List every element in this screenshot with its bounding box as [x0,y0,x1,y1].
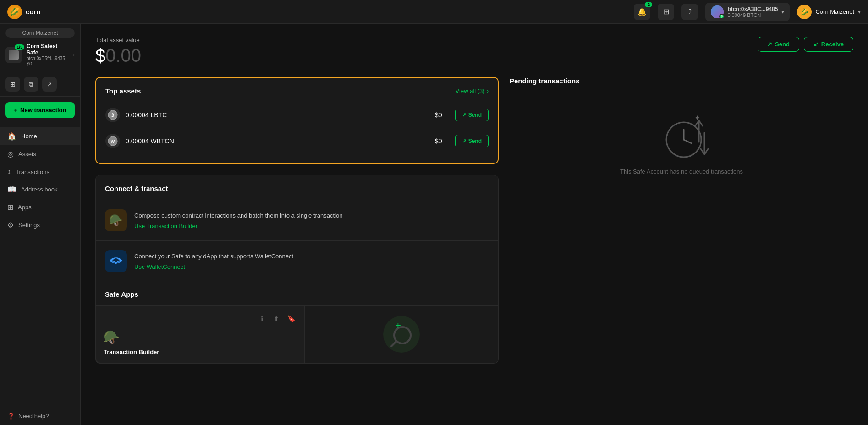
receive-button[interactable]: ↙ Receive [804,37,853,52]
sidebar-item-transactions[interactable]: ↕ Transactions [0,163,80,180]
walletconnect-desc: Connect your Safe to any dApp that suppo… [134,252,489,261]
receive-arrow-icon: ↙ [813,41,819,48]
safe-app-tx-icon: 🪖 [104,330,297,345]
wallet-text: btcn:0xA38C...9485 0.00049 BTCN [727,6,778,18]
notifications-button[interactable]: 🔔 2 [634,4,650,20]
pending-empty-message: This Safe Account has no queued transact… [620,167,743,176]
expand-arrow-icon: › [73,52,75,58]
content-grid: Top assets View all (3) › ₿ [95,77,853,364]
main-content: Total asset value $0.00 ↗ Send ↙ Receive [81,24,868,425]
user-avatar: 🌽 [797,5,812,19]
sidebar-nav: 🏠 Home ◎ Assets ↕ Transactions 📖 Address… [0,124,80,407]
tx-builder-link[interactable]: Use Transaction Builder [134,223,198,229]
safe-app-cards: ℹ ⬆ 🔖 🪖 Transaction Builder [96,305,498,363]
total-asset-label: Total asset value [95,37,141,44]
sidebar-item-assets-label: Assets [18,151,36,158]
sidebar-item-assets[interactable]: ◎ Assets [0,145,80,163]
lbtc-value: $0 [435,111,442,119]
safe-apps-section: Safe Apps ℹ ⬆ 🔖 🪖 Transaction Builder [96,281,498,363]
sidebar-footer-help[interactable]: ❓ Need help? [0,407,80,425]
send-lbtc-arrow-icon: ↗ [462,112,467,118]
sidebar-item-apps[interactable]: ⊞ Apps [0,198,80,216]
send-arrow-icon: ↗ [767,41,772,48]
send-wbtcn-button[interactable]: ↗ Send [455,135,489,147]
wbtcn-name: 0.00004 WBTCN [126,137,429,145]
transactions-icon: ↕ [7,168,11,176]
apps-grid-button[interactable]: ⊞ [5,77,20,92]
wallet-chevron-icon: ▾ [781,9,784,15]
sidebar-item-address-book[interactable]: 📖 Address book [0,180,80,198]
total-asset-section: Total asset value $0.00 [95,37,141,66]
wallet-address: btcn:0xA38C...9485 [727,6,778,12]
safe-app-discover[interactable]: + [304,305,498,363]
send-lbtc-button[interactable]: ↗ Send [455,109,489,121]
tx-builder-icon: 🪖 [105,209,127,231]
new-tx-plus-icon: + [14,107,17,114]
total-asset-value: $0.00 [95,45,141,66]
external-link-button[interactable]: ↗ [42,77,57,92]
right-column: Pending transactions [510,77,853,364]
asset-row-wbtcn: W 0.00004 WBTCN $0 ↗ Send [105,128,489,154]
tx-builder-text: Compose custom contract interactions and… [134,211,489,229]
sidebar-item-settings-label: Settings [18,222,40,229]
safe-icon-inner [9,50,19,60]
sidebar-item-home-label: Home [21,133,37,140]
safe-info: Corn Safest Safe btcn:0xD5fd...9435 $0 [27,43,68,66]
wallet-info[interactable]: ₿ btcn:0xA38C...9485 0.00049 BTCN ▾ [705,3,790,21]
wallet-balance: 0.00049 BTCN [727,12,778,18]
sidebar-item-transactions-label: Transactions [16,169,49,175]
svg-line-9 [684,140,692,143]
pending-illustration: ✦ [659,112,704,158]
svg-line-5 [391,342,396,346]
app-share-button[interactable]: ⬆ [271,313,282,324]
assets-icon: ◎ [7,150,14,158]
discover-search-icon: + [383,316,420,353]
threshold-badge: 1/3 [15,44,24,50]
pending-title: Pending transactions [510,77,853,85]
main-header: Total asset value $0.00 ↗ Send ↙ Receive [95,37,853,66]
tx-builder-desc: Compose custom contract interactions and… [134,211,489,220]
address-book-icon: 📖 [7,185,16,194]
topnav-right: 🔔 2 ⊞ ⤴ ₿ btcn:0xA38C...9485 0.00049 BTC… [634,3,861,21]
corn-logo-icon: 🌽 [7,5,22,19]
connect-transact-card: Connect & transact 🪖 Compose custom cont… [95,175,499,364]
walletconnect-icon [105,250,127,272]
user-chevron-icon: ▾ [858,9,861,15]
user-info[interactable]: 🌽 Corn Maizenet ▾ [797,5,861,19]
user-name: Corn Maizenet [815,8,854,15]
walletconnect-item: Connect your Safe to any dApp that suppo… [96,240,498,281]
lbtc-name: 0.00004 LBTC [126,111,429,119]
sidebar-item-home[interactable]: 🏠 Home [0,127,80,145]
pending-empty-state: ✦ This Safe Account has no queued transa… [510,94,853,195]
lbtc-icon: ₿ [105,108,120,122]
safe-apps-title: Safe Apps [96,281,498,305]
wallet-network-indicator: ₿ [719,14,725,19]
copy-address-button[interactable]: ⧉ [24,77,38,92]
view-all-assets-link[interactable]: View all (3) › [456,87,489,94]
app-bookmark-button[interactable]: 🔖 [286,313,297,324]
wbtcn-icon: W [105,134,120,148]
sidebar-account[interactable]: 1/3 Corn Safest Safe btcn:0xD5fd...9435 … [0,38,80,72]
layers-button[interactable]: ⊞ [658,4,674,20]
notification-badge: 2 [645,2,652,7]
safe-app-tx-builder[interactable]: ℹ ⬆ 🔖 🪖 Transaction Builder [96,305,304,363]
sidebar-item-address-book-label: Address book [21,186,58,193]
sidebar-network-label: Corn Maizenet [5,28,75,38]
bookmark-button[interactable]: ⤴ [681,4,698,20]
safe-icon: 1/3 [5,47,22,63]
help-icon: ❓ [7,413,15,420]
chevron-right-icon: › [487,87,489,94]
sidebar-item-settings[interactable]: ⚙ Settings [0,216,80,234]
left-column: Top assets View all (3) › ₿ [95,77,499,364]
app-info-button[interactable]: ℹ [256,313,267,324]
top-assets-card: Top assets View all (3) › ₿ [95,77,499,164]
walletconnect-link[interactable]: Use WalletConnect [134,263,185,270]
apps-icon: ⊞ [7,203,13,212]
layout: Corn Maizenet 1/3 Corn Safest Safe btcn:… [0,24,868,425]
safe-address: btcn:0xD5fd...9435 [27,56,68,61]
send-button[interactable]: ↗ Send [758,37,799,52]
brand-name: corn [26,8,41,16]
svg-text:✦: ✦ [694,114,700,122]
new-transaction-button[interactable]: + New transaction [5,102,75,118]
safe-name: Corn Safest Safe [27,43,68,56]
